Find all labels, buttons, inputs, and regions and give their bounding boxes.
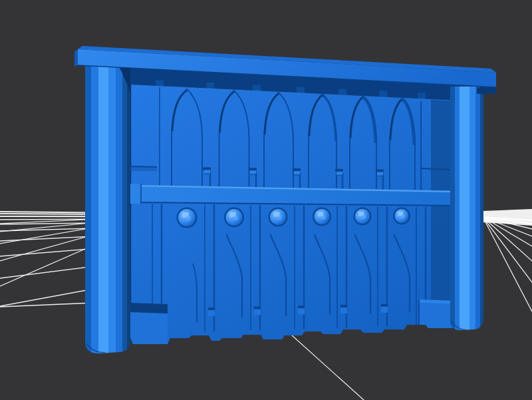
right-plinth bbox=[419, 300, 454, 328]
left-column bbox=[85, 63, 131, 400]
left-plinth bbox=[130, 303, 168, 344]
scene-canvas bbox=[0, 0, 532, 400]
3d-viewport[interactable] bbox=[0, 0, 532, 400]
